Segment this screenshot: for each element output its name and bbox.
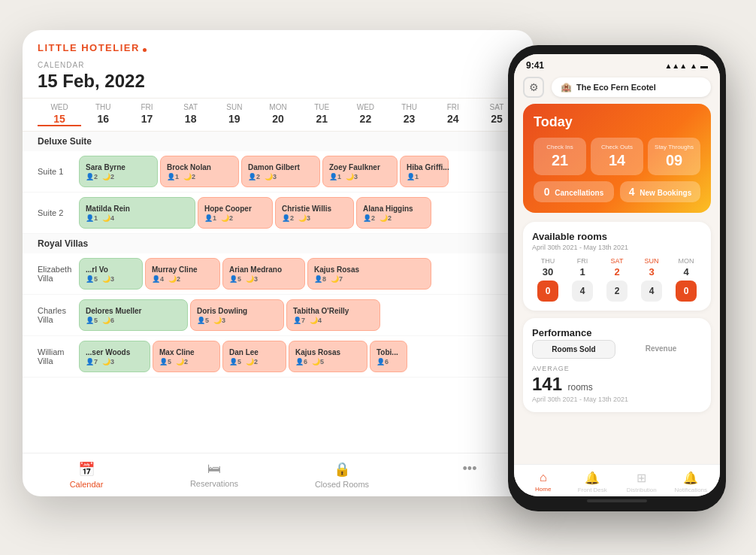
brand-dot (143, 48, 147, 52)
distribution-icon: ⊞ (637, 471, 646, 485)
today-title: Today (534, 114, 700, 130)
tablet-footer: 📅 Calendar 🛏 Reservations 🔒 Closed Rooms… (23, 453, 534, 496)
status-time: 9:41 (526, 60, 544, 71)
room-timeline-charles: Delores Mueller 👤5🌙6 Doris Dowling 👤5🌙3 … (79, 296, 534, 335)
notifications-icon: 🔔 (683, 471, 698, 485)
hotel-name: The Eco Fern Ecotel (576, 83, 656, 92)
battery-icon: ▬ (700, 62, 708, 70)
booking-hiba[interactable]: Hiba Griffi... 👤1 (400, 156, 449, 187)
tab-closed-rooms[interactable]: 🔒 Closed Rooms (278, 461, 406, 489)
today-section: Today Check Ins 21 Check Outs 14 Stay Th… (523, 104, 711, 213)
avail-days: THU 30 0 FRI 1 4 SAT 2 2 S (532, 257, 702, 302)
booking-kajus-rosas-e[interactable]: Kajus Rosas 👤8🌙7 (307, 258, 431, 290)
avail-day-thu: THU 30 0 (532, 257, 564, 302)
avail-day-sat: SAT 2 2 (601, 257, 633, 302)
booking-arian-medrano[interactable]: Arian Medrano 👤5🌙3 (222, 258, 305, 290)
booking-doris-dowling[interactable]: Doris Dowling 👤5🌙3 (190, 299, 284, 331)
room-name-charles: Charles Villa (23, 300, 79, 330)
date-col: FRI 17 (125, 103, 168, 126)
nav-home[interactable]: ⌂ Home (519, 471, 568, 493)
date-col-today: WED 15 (38, 103, 81, 126)
home-icon: ⌂ (540, 471, 547, 484)
front-desk-icon: 🔔 (585, 471, 600, 485)
room-name-elizabeth: Elizabeth Villa (23, 259, 79, 289)
stats-bottom: 0 Cancellations 4 New Bookings (534, 181, 700, 202)
stat-staythroughs: Stay Throughs 09 (648, 138, 700, 175)
stat-checkouts: Check Outs 14 (591, 138, 643, 175)
nav-front-desk[interactable]: 🔔 Front Desk (568, 471, 618, 493)
hotel-icon: 🏨 (561, 82, 572, 92)
tab-revenue[interactable]: Revenue (620, 340, 702, 359)
booking-tabitha-oreilly[interactable]: Tabitha O'Reilly 👤7🌙4 (286, 299, 380, 331)
avail-badge-sun: 4 (641, 281, 662, 302)
room-name-suite2: Suite 2 (23, 202, 79, 223)
avail-badge-fri: 4 (572, 281, 593, 302)
room-row-suite2: Suite 2 Matilda Rein 👤1🌙4 Hope Cooper 👤1… (23, 193, 534, 234)
tab-reservations[interactable]: 🛏 Reservations (150, 461, 278, 489)
brand-logo: LITTLE HOTELIER (38, 42, 519, 53)
booking-delores-mueller[interactable]: Delores Mueller 👤5🌙6 (79, 299, 188, 331)
tablet-header: LITTLE HOTELIER CALENDAR 15 Feb, 2022 (23, 30, 534, 99)
booking-dan-lee[interactable]: Dan Lee 👤5🌙2 (222, 341, 286, 372)
date-col: MON 20 (256, 103, 300, 126)
room-timeline-elizabeth: ...rl Vo 👤5🌙3 Murray Cline 👤4🌙2 Arian Me… (79, 254, 534, 293)
avail-day-mon: MON 4 0 (670, 257, 702, 302)
date-col: WED 22 (343, 103, 387, 126)
date-col: SAT 18 (169, 103, 213, 126)
booking-matilda-rein[interactable]: Matilda Rein 👤1🌙4 (79, 197, 195, 229)
booking-max-cline[interactable]: Max Cline 👤5🌙2 (153, 341, 220, 372)
room-row-suite1: Suite 1 Sara Byrne 👤2🌙2 Brock Nolan 👤1🌙2… (23, 151, 534, 193)
booking-sara-byrne[interactable]: Sara Byrne 👤2🌙2 (79, 156, 158, 187)
room-timeline-suite1: Sara Byrne 👤2🌙2 Brock Nolan 👤1🌙2 Damon G… (79, 152, 534, 191)
date-col: THU 23 (388, 103, 431, 126)
stat-cancellations: 0 Cancellations (534, 181, 614, 202)
home-indicator (587, 499, 647, 502)
booking-zoey-faulkner[interactable]: Zoey Faulkner 👤1🌙3 (322, 156, 398, 187)
stats-grid: Check Ins 21 Check Outs 14 Stay Throughs… (534, 138, 700, 175)
booking-ser-woods[interactable]: ...ser Woods 👤7🌙3 (79, 341, 150, 372)
booking-damon-gilbert[interactable]: Damon Gilbert 👤2🌙3 (241, 156, 320, 187)
booking-kajus-rosas-w[interactable]: Kajus Rosas 👤6🌙5 (289, 341, 367, 372)
nav-distribution[interactable]: ⊞ Distribution (617, 471, 667, 493)
booking-murray-cline[interactable]: Murray Cline 👤4🌙2 (145, 258, 220, 290)
status-bar: 9:41 ▲▲▲ ▲ ▬ (514, 54, 720, 74)
date-row: WED 15 THU 16 FRI 17 SAT 18 SUN 19 MON 2… (23, 99, 534, 132)
room-timeline-suite2: Matilda Rein 👤1🌙4 Hope Cooper 👤1🌙2 Chris… (79, 193, 534, 232)
date-col: SUN 19 (213, 103, 256, 126)
booking-christie-willis[interactable]: Christie Willis 👤2🌙3 (275, 197, 354, 229)
booking-brock-nolan[interactable]: Brock Nolan 👤1🌙2 (160, 156, 239, 187)
more-icon: ••• (463, 461, 477, 477)
room-row-charles: Charles Villa Delores Mueller 👤5🌙6 Doris… (23, 295, 534, 336)
booking-tobi[interactable]: Tobi... 👤6 (370, 341, 407, 372)
signal-icon: ▲▲▲ (664, 62, 687, 70)
brand-name: LITTLE HOTELIER (38, 42, 140, 53)
booking-alana-higgins[interactable]: Alana Higgins 👤2🌙2 (356, 197, 431, 229)
avail-badge-mon: 0 (676, 281, 697, 302)
calendar-icon: 📅 (78, 461, 95, 478)
calendar-date: 15 Feb, 2022 (38, 71, 519, 92)
date-col: TUE 21 (300, 103, 343, 126)
phone-nav: ⌂ Home 🔔 Front Desk ⊞ Distribution 🔔 Not… (514, 464, 720, 496)
hotel-selector[interactable]: 🏨 The Eco Fern Ecotel (552, 77, 711, 97)
settings-icon[interactable]: ⚙ (523, 77, 544, 98)
stat-checkins: Check Ins 21 (534, 138, 586, 175)
room-row-william: William Villa ...ser Woods 👤7🌙3 Max Clin… (23, 336, 534, 378)
stat-new-bookings: 4 New Bookings (620, 181, 700, 202)
phone-content: Today Check Ins 21 Check Outs 14 Stay Th… (514, 104, 720, 464)
closed-rooms-icon: 🔒 (334, 461, 350, 478)
performance-tabs: Rooms Sold Revenue (532, 340, 702, 359)
room-group-royal: Royal Villas (23, 234, 534, 253)
booking-rl-vo[interactable]: ...rl Vo 👤5🌙3 (79, 258, 143, 290)
calendar-body: Deluxe Suite Suite 1 Sara Byrne 👤2🌙2 Bro… (23, 132, 534, 453)
performance-section: Performance Rooms Sold Revenue AVERAGE 1… (523, 318, 711, 412)
tab-calendar[interactable]: 📅 Calendar (23, 461, 150, 489)
tab-rooms-sold[interactable]: Rooms Sold (532, 340, 615, 359)
room-name-william: William Villa (23, 341, 79, 372)
room-name-suite1: Suite 1 (23, 161, 79, 182)
nav-notifications[interactable]: 🔔 Notifications (667, 471, 716, 493)
avail-badge-thu: 0 (537, 281, 558, 302)
date-col: THU 16 (81, 103, 125, 126)
avail-day-fri: FRI 1 4 (567, 257, 598, 302)
date-col: FRI 24 (431, 103, 475, 126)
booking-hope-cooper[interactable]: Hope Cooper 👤1🌙2 (198, 197, 273, 229)
